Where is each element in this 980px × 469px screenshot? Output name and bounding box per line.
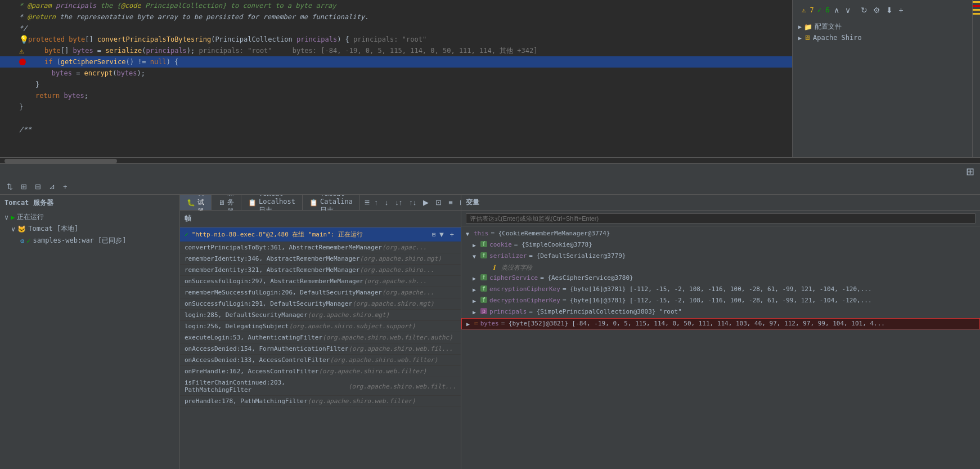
var-item-this[interactable]: ▼ this = {CookieRememberMeManager@3774} — [461, 229, 980, 240]
toolbar-btn-add[interactable]: + — [61, 181, 70, 192]
var-item-principals[interactable]: ▶ p principals = {SimplePrincipalCollect… — [461, 307, 980, 318]
expand-arrow-icon: ▶ — [473, 275, 478, 282]
frame-item-7[interactable]: login:256, DelegatingSubject (org.apache… — [180, 321, 461, 332]
frame-class: (org.apache.shiro.web.filter) — [330, 356, 438, 364]
sync-icon: ⚙ — [20, 237, 24, 245]
frame-item-12[interactable]: isFilterChainContinued:203, PathMatching… — [180, 377, 461, 396]
navigate-down-button[interactable]: ∨ — [844, 5, 852, 16]
var-value: = {SimpleCookie@3778} — [514, 241, 592, 248]
server-panel: Tomcat 服务器 ∨ ▶ 正在运行 ∨ 🐱 Tomcat [本地] ⚙ ✓ … — [0, 195, 180, 469]
tab-tomcat-localhost-log[interactable]: 📋 Tomcat Localhost 日志 — [241, 195, 303, 210]
tree-item-config[interactable]: ▶ 📁 配置文件 — [797, 21, 968, 32]
frame-filter-dropdown[interactable]: ▼ — [436, 229, 448, 240]
server-item-tomcat[interactable]: ∨ 🐱 Tomcat [本地] — [0, 223, 179, 235]
frame-class: (org.apache.shiro.mgt) — [352, 300, 434, 307]
frame-class: (org.apache.shiro.mgt) — [359, 255, 442, 262]
toolbar-btn-sort[interactable]: ⊿ — [47, 181, 57, 192]
frame-btn-run[interactable]: ▶ — [421, 197, 431, 208]
toolbar-btn-swap[interactable]: ⇅ — [5, 181, 15, 192]
server-item-samples[interactable]: ⚙ ✓ samples-web:war [已同步] — [0, 235, 179, 247]
eval-bar — [461, 211, 980, 226]
var-item-cipherservice[interactable]: ▶ f cipherService = {AesCipherService@37… — [461, 273, 980, 284]
list-icon: ≔ — [474, 320, 478, 327]
expand-panel-button[interactable]: ⊞ — [965, 164, 975, 179]
frame-item-6[interactable]: login:285, DefaultSecurityManager (org.a… — [180, 310, 461, 321]
frame-item-4[interactable]: rememberMeSuccessfulLogin:206, DefaultSe… — [180, 287, 461, 298]
toolbar-btn-filter[interactable]: ⊟ — [33, 181, 43, 192]
field-badge: f — [480, 241, 487, 247]
tab-server[interactable]: 🖥 服务器 — [212, 195, 241, 210]
add-button[interactable]: + — [897, 5, 904, 16]
frame-method: login:285, DefaultSecurityManager — [185, 311, 308, 319]
frame-item-9[interactable]: onAccessDenied:154, FormAuthenticationFi… — [180, 343, 461, 355]
frame-btn-up2[interactable]: ↑↓ — [407, 197, 419, 208]
server-item-running[interactable]: ∨ ▶ 正在运行 — [0, 211, 179, 223]
frame-item-11[interactable]: onPreHandle:162, AccessControlFilter (or… — [180, 366, 461, 377]
frame-method: onAccessDenied:133, AccessControlFilter — [185, 356, 330, 364]
frame-item-1[interactable]: rememberIdentity:346, AbstractRememberMe… — [180, 253, 461, 265]
frame-class: (org.apache.sh... — [363, 278, 427, 285]
frame-method: login:256, DelegatingSubject — [185, 323, 289, 330]
variables-list[interactable]: ▼ this = {CookieRememberMeManager@3774} … — [461, 226, 980, 469]
top-right-toolbar: ⚠ 7 ✓ 6 ∧ ∨ ↻ ⚙ ⬇ + — [797, 2, 968, 18]
line-content: * @param principals the {@code Principal… — [19, 2, 788, 10]
code-line: 💡 protected byte[] convertPrincipalsToBy… — [0, 34, 792, 45]
info-icon: ℹ — [493, 264, 495, 271]
eval-input[interactable] — [466, 213, 975, 224]
expand-arrow-icon: ▶ — [473, 287, 478, 293]
frame-method: onPreHandle:162, AccessControlFilter — [185, 368, 318, 375]
var-item-bytes[interactable]: ▶ ≔ bytes = {byte[352]@3821} [-84, -19, … — [461, 318, 980, 329]
file-tree: ▶ 📁 配置文件 ▶ 🖥 Apache Shiro — [797, 21, 968, 42]
frame-item-8[interactable]: executeLogin:53, AuthenticatingFilter (o… — [180, 332, 461, 343]
frame-method: convertPrincipalsToByt:361, AbstractReme… — [185, 244, 382, 251]
settings-button[interactable]: ⚙ — [872, 5, 882, 16]
var-name: decryptionCipherKey — [489, 297, 560, 304]
toolbar-btn-group[interactable]: ⊞ — [19, 181, 29, 192]
line-content: } — [19, 103, 788, 111]
line-content: if (getCipherService() != null) { — [28, 58, 788, 66]
frame-item-2[interactable]: rememberIdentity:321, AbstractRememberMe… — [180, 265, 461, 276]
var-value: = {AesCipherService@3780} — [540, 274, 633, 282]
frame-class: (org.apache.shiro... — [359, 266, 434, 274]
frame-item-0[interactable]: convertPrincipalsToByt:361, AbstractReme… — [180, 242, 461, 253]
frame-item-5[interactable]: onSuccessfulLogin:291, DefaultSecurityMa… — [180, 298, 461, 310]
refresh-button[interactable]: ↻ — [860, 5, 869, 16]
var-item-encryptionkey[interactable]: ▶ f encryptionCipherKey = {byte[16]@3781… — [461, 284, 980, 296]
tab-tomcat-catalina-log[interactable]: 📋 Tomcat Catalina 日志 — [303, 195, 360, 210]
frames-list[interactable]: ✓ "http-nio-80-exec-8"@2,480 在组 "main": … — [180, 227, 461, 469]
line-content: return bytes; — [19, 92, 788, 100]
navigate-up-button[interactable]: ∧ — [833, 5, 840, 16]
frame-btn-down[interactable]: ↓ — [383, 197, 391, 208]
frame-class: (org.apache.shiro.web.filter) — [308, 397, 416, 405]
frame-btn-down2[interactable]: ↓↑ — [393, 197, 404, 208]
frame-item-3[interactable]: onSuccessfulLogin:297, AbstractRememberM… — [180, 276, 461, 287]
sync-check-icon: ✓ — [26, 237, 30, 245]
add-tab-button[interactable]: ≡ — [362, 198, 372, 208]
download-button[interactable]: ⬇ — [885, 5, 894, 16]
frame-btn-view[interactable]: ⊡ — [433, 197, 444, 208]
frame-class: (org.apache.shiro.mgt) — [308, 311, 390, 319]
frame-class: (org.apache.shiro.web.filter) — [318, 368, 426, 375]
warning-icon: 💡 — [19, 35, 28, 44]
frame-btn-up[interactable]: ↑ — [372, 197, 380, 208]
var-item-decryptionkey[interactable]: ▶ f decryptionCipherKey = {byte[16]@3781… — [461, 296, 980, 307]
frame-btn-columns[interactable]: ⊟ — [457, 197, 461, 208]
tree-item-apache-shiro[interactable]: ▶ 🖥 Apache Shiro — [797, 33, 968, 42]
tab-debugger[interactable]: 🐛 调试器 — [180, 195, 212, 210]
editor-scrollbar[interactable] — [972, 0, 980, 157]
frame-method: executeLogin:53, AuthenticatingFilter — [185, 334, 322, 341]
code-line: * @param principals the {@code Principal… — [0, 0, 792, 11]
right-panel-file-tree: ⚠ 7 ✓ 6 ∧ ∨ ↻ ⚙ ⬇ + ▶ 📁 配置文件 ▶ 🖥 Apache … — [792, 0, 972, 157]
frame-add[interactable]: + — [447, 229, 456, 240]
frame-item-13[interactable]: preHandle:178, PathMatchingFilter (org.a… — [180, 396, 461, 407]
var-item-cookie[interactable]: ▶ f cookie = {SimpleCookie@3778} — [461, 240, 980, 251]
var-item-serializer[interactable]: ▼ f serializer = {DefaultSerializer@3779… — [461, 251, 980, 262]
frame-item-10[interactable]: onAccessDenied:133, AccessControlFilter … — [180, 355, 461, 366]
frame-item-thread[interactable]: ✓ "http-nio-80-exec-8"@2,480 在组 "main": … — [180, 227, 461, 242]
frame-class: (org.apache.shiro.web.filter.authc) — [322, 334, 453, 341]
tree-item-label: Apache Shiro — [813, 34, 862, 42]
var-name: this — [474, 230, 489, 237]
server-icon: 🖥 — [804, 34, 811, 42]
frame-btn-list[interactable]: ≡ — [446, 197, 455, 208]
var-name: principals — [489, 308, 527, 315]
